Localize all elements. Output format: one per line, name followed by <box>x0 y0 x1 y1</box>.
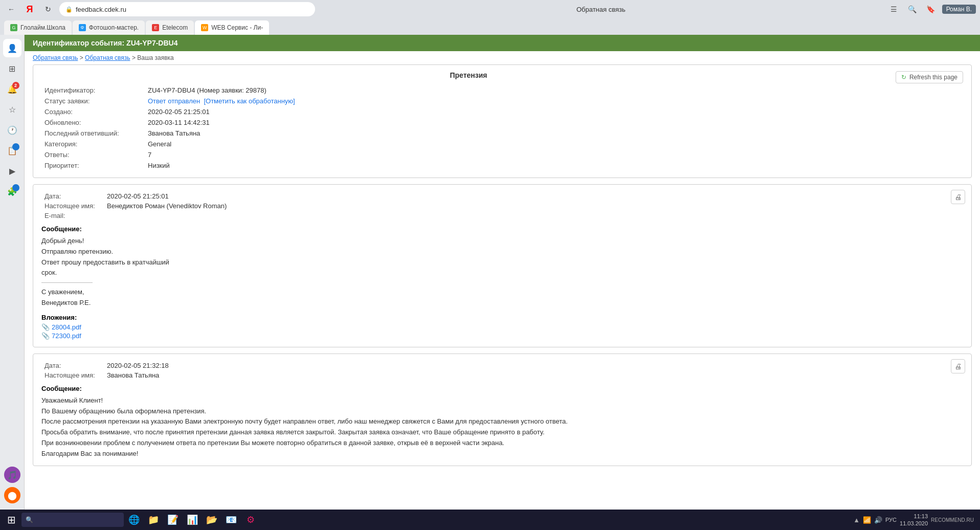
table-row: Идентификатор: ZU4-YP7-DBU4 (Номер заявк… <box>42 85 962 95</box>
table-row: Дата: 2020-02-05 21:25:01 <box>42 192 229 201</box>
tray-network-icon[interactable]: 📶 <box>863 516 871 524</box>
field-value-last-reply: Званова Татьяна <box>146 128 962 138</box>
claim-card: ↻ Refresh this page Претензия Идентифика… <box>33 64 972 178</box>
taskbar-tray: ▲ 📶 🔊 РУС 11:13 11.03.2020 RECOMMEND.RU <box>849 513 978 527</box>
name-value-1: Венедиктов Роман (Venediktov Roman) <box>105 202 229 210</box>
table-row: Настоящее имя: Венедиктов Роман (Venedik… <box>42 202 229 210</box>
refresh-button[interactable]: ↻ Refresh this page <box>896 71 963 83</box>
field-value-updated: 2020-03-11 14:42:31 <box>146 118 962 127</box>
start-button[interactable]: ⊞ <box>2 511 20 529</box>
tray-recommend: RECOMMEND.RU <box>931 517 974 523</box>
table-row: Настоящее имя: Званова Татьяна <box>42 371 171 380</box>
clock-time: 11:13 <box>900 513 928 520</box>
tab-label-photoshop: Фотошоп-мастер. <box>89 24 139 31</box>
field-value-created: 2020-02-05 21:25:01 <box>146 107 962 117</box>
table-row: Дата: 2020-02-05 21:32:18 <box>42 361 171 370</box>
taskbar-word-icon[interactable]: 📝 <box>164 511 182 529</box>
tab-favicon-web: W <box>201 24 208 31</box>
attachment-name-1: 28004.pdf <box>52 323 81 331</box>
downloads-badge <box>12 143 19 150</box>
field-label-last-reply: Последний ответивший: <box>42 128 145 138</box>
tab-label-glolaim: Глолайм.Школа <box>20 24 65 31</box>
field-label-created: Создано: <box>42 107 145 117</box>
address-bar[interactable]: 🔒 feedback.cdek.ru <box>59 2 315 16</box>
extensions-icon[interactable]: 🧩 <box>3 182 21 201</box>
clock-date: 11.03.2020 <box>900 520 928 527</box>
tab-photoshop[interactable]: Ф Фотошоп-мастер. <box>73 20 145 35</box>
refresh-button[interactable]: ↻ <box>41 2 55 16</box>
favorites-icon[interactable]: ☆ <box>3 100 21 119</box>
taskbar-extra-icon[interactable]: ⚙ <box>241 511 260 529</box>
table-row: Категория: General <box>42 139 962 149</box>
search-icon[interactable]: 🔍 <box>905 2 920 16</box>
claim-info-table: Идентификатор: ZU4-YP7-DBU4 (Номер заявк… <box>41 84 963 171</box>
taskbar-excel-icon[interactable]: 📊 <box>183 511 202 529</box>
yandex-logo[interactable]: Я <box>23 2 37 16</box>
mark-processed-link[interactable]: [Отметить как обработанную] <box>204 97 295 105</box>
taskbar-browser-icon[interactable]: 🌐 <box>125 511 143 529</box>
downloads-icon[interactable]: 📋 <box>3 141 21 160</box>
profile-icon[interactable]: 👤 <box>3 39 21 57</box>
tray-volume-icon[interactable]: 🔊 <box>874 516 882 524</box>
tab-favicon-photoshop: Ф <box>79 24 86 31</box>
browser-menu-icon[interactable]: ☰ <box>887 2 901 16</box>
field-label-category: Категория: <box>42 139 145 149</box>
print-button-2[interactable]: 🖨 <box>951 359 965 373</box>
table-row: Статус заявки: Ответ отправлен [Отметить… <box>42 96 962 106</box>
tray-arrow-icon[interactable]: ▲ <box>853 516 860 524</box>
table-row: Последний ответивший: Званова Татьяна <box>42 128 962 138</box>
breadcrumb-link-2[interactable]: Обратная связь <box>85 54 130 61</box>
date-value-1: 2020-02-05 21:25:01 <box>105 192 229 201</box>
notifications-icon[interactable]: 🔔 2 <box>3 80 21 98</box>
tab-etelecom[interactable]: E Etelecom <box>146 20 194 35</box>
taskbar-files-icon[interactable]: 📂 <box>203 511 221 529</box>
zen-icon[interactable]: ⬤ <box>4 487 20 503</box>
breadcrumb-separator-1: > <box>80 54 85 61</box>
taskbar-outlook-icon[interactable]: 📧 <box>222 511 240 529</box>
message-card-2: 🖨 Дата: 2020-02-05 21:32:18 Настоящее им… <box>33 354 972 466</box>
tab-web-service[interactable]: W WEB Сервис - Ли- <box>195 20 269 35</box>
tab-favicon-etelecom: E <box>152 24 159 31</box>
attachment-link-1[interactable]: 📎 28004.pdf <box>41 323 963 331</box>
tray-time: 11:13 11.03.2020 <box>900 513 928 527</box>
email-value-1 <box>105 211 229 220</box>
status-link[interactable]: Ответ отправлен <box>148 97 200 105</box>
breadcrumb: Обратная связь > Обратная связь > Ваша з… <box>25 51 980 64</box>
alice-icon[interactable]: 🎵 <box>4 467 20 483</box>
field-label-priority: Приоритет: <box>42 161 145 170</box>
attachment-link-2[interactable]: 📎 72300.pdf <box>41 332 963 340</box>
message-title-1: Сообщение: <box>41 225 963 233</box>
event-header: Идентификатор события: ZU4-YP7-DBU4 <box>25 35 980 51</box>
taskbar-explorer-icon[interactable]: 📁 <box>144 511 163 529</box>
email-label-1: E-mail: <box>42 211 104 220</box>
user-badge[interactable]: Роман В. <box>942 5 976 14</box>
table-row: Создано: 2020-02-05 21:25:01 <box>42 107 962 117</box>
bookmark-icon[interactable]: 🔖 <box>924 2 938 16</box>
tab-label-etelecom: Etelecom <box>162 24 188 31</box>
signature-1: С уважением, Венедиктов Р.Е. <box>41 287 963 308</box>
divider-1 <box>41 282 93 283</box>
apps-icon[interactable]: ⊞ <box>3 59 21 78</box>
table-row: E-mail: <box>42 211 229 220</box>
extensions-badge <box>12 184 19 191</box>
field-value-category: General <box>146 139 962 149</box>
breadcrumb-link-1[interactable]: Обратная связь <box>33 54 78 61</box>
browser-sidebar: 👤 ⊞ 🔔 2 ☆ 🕐 📋 ▶ 🧩 🎵 ⬤ <box>0 35 25 510</box>
page-content: Идентификатор события: ZU4-YP7-DBU4 Обра… <box>25 35 980 510</box>
message-meta-2: Дата: 2020-02-05 21:32:18 Настоящее имя:… <box>41 360 172 381</box>
message-title-2: Сообщение: <box>41 385 963 392</box>
history-icon[interactable]: 🕐 <box>3 121 21 139</box>
attachment-name-2: 72300.pdf <box>52 332 81 340</box>
field-value-status: Ответ отправлен [Отметить как обработанн… <box>146 96 962 106</box>
print-button-1[interactable]: 🖨 <box>951 190 965 204</box>
browser-tabs: G Глолайм.Школа Ф Фотошоп-мастер. E Etel… <box>0 18 980 35</box>
paperclip-icon-2: 📎 <box>41 332 50 340</box>
message-card-1: 🖨 Дата: 2020-02-05 21:25:01 Настоящее им… <box>33 184 972 347</box>
table-row: Ответы: 7 <box>42 150 962 160</box>
taskbar-search[interactable]: 🔍 <box>21 513 124 527</box>
date-label-2: Дата: <box>42 361 104 370</box>
page-title: Обратная связь <box>319 6 883 13</box>
play-icon[interactable]: ▶ <box>3 162 21 180</box>
tab-glolaim[interactable]: G Глолайм.Школа <box>4 20 72 35</box>
back-button[interactable]: ← <box>4 2 18 16</box>
